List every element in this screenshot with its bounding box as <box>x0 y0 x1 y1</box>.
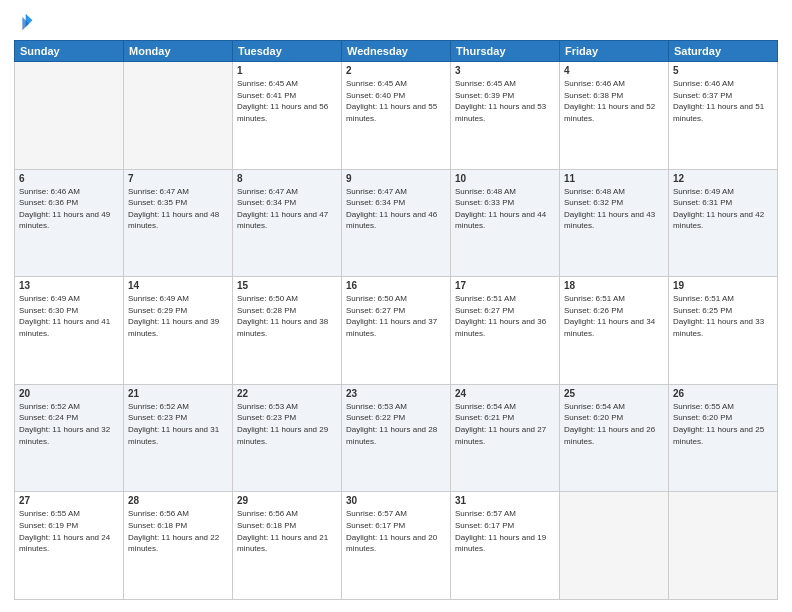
day-info: Sunrise: 6:49 AMSunset: 6:31 PMDaylight:… <box>673 186 773 232</box>
calendar-cell: 5Sunrise: 6:46 AMSunset: 6:37 PMDaylight… <box>669 62 778 170</box>
day-number: 8 <box>237 173 337 184</box>
weekday-header-friday: Friday <box>560 41 669 62</box>
day-number: 26 <box>673 388 773 399</box>
day-info: Sunrise: 6:51 AMSunset: 6:25 PMDaylight:… <box>673 293 773 339</box>
day-info: Sunrise: 6:50 AMSunset: 6:28 PMDaylight:… <box>237 293 337 339</box>
day-info: Sunrise: 6:47 AMSunset: 6:34 PMDaylight:… <box>237 186 337 232</box>
calendar-cell <box>124 62 233 170</box>
weekday-header-saturday: Saturday <box>669 41 778 62</box>
day-info: Sunrise: 6:47 AMSunset: 6:35 PMDaylight:… <box>128 186 228 232</box>
week-row-1: 1Sunrise: 6:45 AMSunset: 6:41 PMDaylight… <box>15 62 778 170</box>
calendar-cell: 30Sunrise: 6:57 AMSunset: 6:17 PMDayligh… <box>342 492 451 600</box>
day-number: 23 <box>346 388 446 399</box>
day-info: Sunrise: 6:47 AMSunset: 6:34 PMDaylight:… <box>346 186 446 232</box>
weekday-header-wednesday: Wednesday <box>342 41 451 62</box>
day-info: Sunrise: 6:50 AMSunset: 6:27 PMDaylight:… <box>346 293 446 339</box>
weekday-header-tuesday: Tuesday <box>233 41 342 62</box>
week-row-2: 6Sunrise: 6:46 AMSunset: 6:36 PMDaylight… <box>15 169 778 277</box>
day-info: Sunrise: 6:57 AMSunset: 6:17 PMDaylight:… <box>455 508 555 554</box>
weekday-header-thursday: Thursday <box>451 41 560 62</box>
day-number: 27 <box>19 495 119 506</box>
calendar-cell: 31Sunrise: 6:57 AMSunset: 6:17 PMDayligh… <box>451 492 560 600</box>
day-info: Sunrise: 6:52 AMSunset: 6:24 PMDaylight:… <box>19 401 119 447</box>
day-info: Sunrise: 6:46 AMSunset: 6:36 PMDaylight:… <box>19 186 119 232</box>
day-number: 17 <box>455 280 555 291</box>
calendar-cell: 20Sunrise: 6:52 AMSunset: 6:24 PMDayligh… <box>15 384 124 492</box>
calendar-cell: 8Sunrise: 6:47 AMSunset: 6:34 PMDaylight… <box>233 169 342 277</box>
calendar-cell: 10Sunrise: 6:48 AMSunset: 6:33 PMDayligh… <box>451 169 560 277</box>
week-row-5: 27Sunrise: 6:55 AMSunset: 6:19 PMDayligh… <box>15 492 778 600</box>
day-info: Sunrise: 6:45 AMSunset: 6:41 PMDaylight:… <box>237 78 337 124</box>
calendar-cell: 14Sunrise: 6:49 AMSunset: 6:29 PMDayligh… <box>124 277 233 385</box>
day-info: Sunrise: 6:54 AMSunset: 6:21 PMDaylight:… <box>455 401 555 447</box>
day-info: Sunrise: 6:46 AMSunset: 6:37 PMDaylight:… <box>673 78 773 124</box>
day-info: Sunrise: 6:55 AMSunset: 6:19 PMDaylight:… <box>19 508 119 554</box>
page: SundayMondayTuesdayWednesdayThursdayFrid… <box>0 0 792 612</box>
day-number: 7 <box>128 173 228 184</box>
day-number: 31 <box>455 495 555 506</box>
calendar-cell: 15Sunrise: 6:50 AMSunset: 6:28 PMDayligh… <box>233 277 342 385</box>
day-info: Sunrise: 6:57 AMSunset: 6:17 PMDaylight:… <box>346 508 446 554</box>
day-info: Sunrise: 6:45 AMSunset: 6:40 PMDaylight:… <box>346 78 446 124</box>
week-row-3: 13Sunrise: 6:49 AMSunset: 6:30 PMDayligh… <box>15 277 778 385</box>
day-info: Sunrise: 6:45 AMSunset: 6:39 PMDaylight:… <box>455 78 555 124</box>
day-number: 12 <box>673 173 773 184</box>
day-number: 11 <box>564 173 664 184</box>
day-number: 19 <box>673 280 773 291</box>
day-number: 5 <box>673 65 773 76</box>
day-info: Sunrise: 6:54 AMSunset: 6:20 PMDaylight:… <box>564 401 664 447</box>
day-info: Sunrise: 6:53 AMSunset: 6:22 PMDaylight:… <box>346 401 446 447</box>
calendar-cell: 7Sunrise: 6:47 AMSunset: 6:35 PMDaylight… <box>124 169 233 277</box>
calendar-cell: 28Sunrise: 6:56 AMSunset: 6:18 PMDayligh… <box>124 492 233 600</box>
day-number: 25 <box>564 388 664 399</box>
calendar-cell: 23Sunrise: 6:53 AMSunset: 6:22 PMDayligh… <box>342 384 451 492</box>
calendar-cell <box>15 62 124 170</box>
calendar-cell <box>669 492 778 600</box>
calendar-cell: 24Sunrise: 6:54 AMSunset: 6:21 PMDayligh… <box>451 384 560 492</box>
weekday-header-monday: Monday <box>124 41 233 62</box>
day-info: Sunrise: 6:49 AMSunset: 6:29 PMDaylight:… <box>128 293 228 339</box>
day-info: Sunrise: 6:48 AMSunset: 6:33 PMDaylight:… <box>455 186 555 232</box>
calendar-cell: 2Sunrise: 6:45 AMSunset: 6:40 PMDaylight… <box>342 62 451 170</box>
calendar-cell: 17Sunrise: 6:51 AMSunset: 6:27 PMDayligh… <box>451 277 560 385</box>
weekday-header-sunday: Sunday <box>15 41 124 62</box>
day-info: Sunrise: 6:56 AMSunset: 6:18 PMDaylight:… <box>128 508 228 554</box>
day-info: Sunrise: 6:55 AMSunset: 6:20 PMDaylight:… <box>673 401 773 447</box>
day-number: 16 <box>346 280 446 291</box>
day-number: 24 <box>455 388 555 399</box>
calendar-cell: 11Sunrise: 6:48 AMSunset: 6:32 PMDayligh… <box>560 169 669 277</box>
week-row-4: 20Sunrise: 6:52 AMSunset: 6:24 PMDayligh… <box>15 384 778 492</box>
calendar-cell: 29Sunrise: 6:56 AMSunset: 6:18 PMDayligh… <box>233 492 342 600</box>
logo <box>14 12 36 32</box>
day-number: 14 <box>128 280 228 291</box>
day-info: Sunrise: 6:56 AMSunset: 6:18 PMDaylight:… <box>237 508 337 554</box>
calendar-cell: 13Sunrise: 6:49 AMSunset: 6:30 PMDayligh… <box>15 277 124 385</box>
calendar-cell: 16Sunrise: 6:50 AMSunset: 6:27 PMDayligh… <box>342 277 451 385</box>
day-number: 6 <box>19 173 119 184</box>
day-number: 2 <box>346 65 446 76</box>
calendar-table: SundayMondayTuesdayWednesdayThursdayFrid… <box>14 40 778 600</box>
calendar-cell: 1Sunrise: 6:45 AMSunset: 6:41 PMDaylight… <box>233 62 342 170</box>
day-number: 4 <box>564 65 664 76</box>
day-number: 18 <box>564 280 664 291</box>
day-number: 20 <box>19 388 119 399</box>
day-number: 9 <box>346 173 446 184</box>
day-info: Sunrise: 6:53 AMSunset: 6:23 PMDaylight:… <box>237 401 337 447</box>
calendar-cell: 12Sunrise: 6:49 AMSunset: 6:31 PMDayligh… <box>669 169 778 277</box>
calendar-cell: 25Sunrise: 6:54 AMSunset: 6:20 PMDayligh… <box>560 384 669 492</box>
day-number: 21 <box>128 388 228 399</box>
day-info: Sunrise: 6:51 AMSunset: 6:27 PMDaylight:… <box>455 293 555 339</box>
day-number: 15 <box>237 280 337 291</box>
day-info: Sunrise: 6:51 AMSunset: 6:26 PMDaylight:… <box>564 293 664 339</box>
calendar-cell: 6Sunrise: 6:46 AMSunset: 6:36 PMDaylight… <box>15 169 124 277</box>
day-number: 29 <box>237 495 337 506</box>
weekday-header-row: SundayMondayTuesdayWednesdayThursdayFrid… <box>15 41 778 62</box>
calendar-cell: 9Sunrise: 6:47 AMSunset: 6:34 PMDaylight… <box>342 169 451 277</box>
calendar-cell: 26Sunrise: 6:55 AMSunset: 6:20 PMDayligh… <box>669 384 778 492</box>
calendar-cell <box>560 492 669 600</box>
calendar-cell: 19Sunrise: 6:51 AMSunset: 6:25 PMDayligh… <box>669 277 778 385</box>
calendar-cell: 4Sunrise: 6:46 AMSunset: 6:38 PMDaylight… <box>560 62 669 170</box>
logo-icon <box>14 12 34 32</box>
calendar-cell: 22Sunrise: 6:53 AMSunset: 6:23 PMDayligh… <box>233 384 342 492</box>
day-number: 10 <box>455 173 555 184</box>
